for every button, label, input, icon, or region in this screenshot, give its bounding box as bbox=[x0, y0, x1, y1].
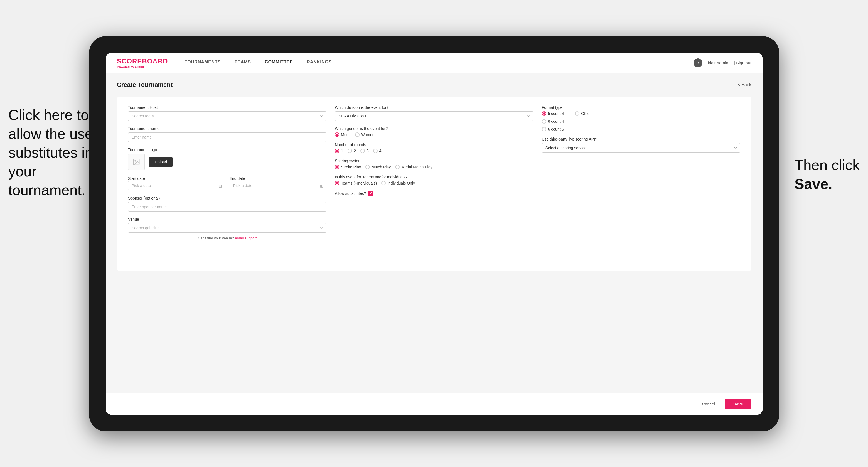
nav-tournaments[interactable]: TOURNAMENTS bbox=[185, 60, 221, 66]
save-button[interactable]: Save bbox=[725, 399, 751, 409]
division-select[interactable]: NCAA Division I bbox=[335, 111, 533, 121]
teams-plus-individuals[interactable]: Teams (+Individuals) bbox=[335, 181, 377, 185]
radio-individuals-circle bbox=[381, 181, 386, 185]
radio-stroke-circle bbox=[335, 165, 339, 169]
logo-upload-area: Upload bbox=[128, 154, 327, 170]
tournament-name-input[interactable] bbox=[128, 132, 327, 142]
venue-email-link[interactable]: email support bbox=[235, 236, 256, 240]
radio-6count5-circle bbox=[542, 127, 546, 131]
rounds-4[interactable]: 4 bbox=[373, 149, 381, 153]
svg-point-5 bbox=[135, 160, 136, 161]
radio-other-circle bbox=[575, 111, 580, 116]
scoring-stroke[interactable]: Stroke Play bbox=[335, 165, 361, 169]
format-type-group: Format type 5 count 4 Other bbox=[542, 105, 740, 131]
scoring-system-group: Scoring system Stroke Play Match Play bbox=[335, 159, 533, 169]
gender-mens[interactable]: Mens bbox=[335, 132, 350, 137]
scoring-api-group: Use third-party live scoring API? Select… bbox=[542, 137, 740, 153]
gender-mens-label: Mens bbox=[341, 132, 350, 137]
nav-teams[interactable]: TEAMS bbox=[235, 60, 251, 66]
format-5count4-label: 5 count 4 bbox=[548, 111, 564, 116]
upload-button[interactable]: Upload bbox=[149, 157, 173, 167]
user-name: blair admin bbox=[708, 60, 728, 65]
scoring-system-label: Scoring system bbox=[335, 159, 533, 163]
logo-powered: Powered by clippd bbox=[117, 65, 168, 68]
end-date-label: End date bbox=[229, 176, 245, 181]
teams-plus-label: Teams (+Individuals) bbox=[341, 181, 377, 185]
rounds-2[interactable]: 2 bbox=[348, 149, 356, 153]
logo-area: SCOREBOARD Powered by clippd bbox=[117, 57, 168, 68]
venue-input[interactable] bbox=[128, 223, 327, 233]
rounds-label: Number of rounds bbox=[335, 143, 533, 147]
division-label: Which division is the event for? bbox=[335, 105, 533, 110]
start-date-input[interactable] bbox=[128, 181, 225, 190]
rounds-1[interactable]: 1 bbox=[335, 149, 343, 153]
radio-mens-circle bbox=[335, 132, 339, 137]
format-6count5-label: 6 count 5 bbox=[548, 127, 564, 131]
round3-label: 3 bbox=[367, 149, 369, 153]
sponsor-label: Sponsor (optional) bbox=[128, 196, 327, 200]
rounds-3[interactable]: 3 bbox=[361, 149, 369, 153]
tournament-host-group: Tournament Host bbox=[128, 105, 327, 121]
teams-group: Is this event for Teams and/or Individua… bbox=[335, 175, 533, 185]
nav-rankings[interactable]: RANKINGS bbox=[307, 60, 332, 66]
substitutes-group: Allow substitutes? bbox=[335, 191, 533, 196]
calendar-icon-end: ▦ bbox=[320, 183, 324, 188]
end-date-group: End date ▦ bbox=[229, 176, 327, 190]
gender-womens-label: Womens bbox=[361, 132, 376, 137]
venue-group: Venue Can't find your venue? email suppo… bbox=[128, 217, 327, 240]
scoring-medal-label: Medal Match Play bbox=[401, 165, 432, 169]
format-6count4[interactable]: 6 count 4 bbox=[542, 119, 740, 124]
tournament-host-label: Tournament Host bbox=[128, 105, 327, 110]
date-group: Start date ▦ End date bbox=[128, 176, 327, 190]
substitutes-checkbox-group: Allow substitutes? bbox=[335, 191, 533, 196]
cancel-button[interactable]: Cancel bbox=[696, 399, 720, 409]
navbar: SCOREBOARD Powered by clippd TOURNAMENTS… bbox=[106, 53, 763, 73]
gender-radio-group: Mens Womens bbox=[335, 132, 533, 137]
format-5count4[interactable]: 5 count 4 bbox=[542, 111, 564, 116]
format-other-label: Other bbox=[581, 111, 591, 116]
nav-links: TOURNAMENTS TEAMS COMMITTEE RANKINGS bbox=[185, 60, 693, 66]
scoring-api-select[interactable]: Select a scoring service bbox=[542, 143, 740, 153]
scoring-stroke-label: Stroke Play bbox=[341, 165, 361, 169]
sponsor-input[interactable] bbox=[128, 202, 327, 212]
end-date-wrap: ▦ bbox=[229, 181, 327, 190]
start-date-wrap: ▦ bbox=[128, 181, 225, 190]
individuals-only[interactable]: Individuals Only bbox=[381, 181, 415, 185]
form-footer: Cancel Save bbox=[106, 393, 763, 415]
radio-medal-circle bbox=[395, 165, 400, 169]
scoring-medal[interactable]: Medal Match Play bbox=[395, 165, 432, 169]
rounds-group: Number of rounds 1 2 bbox=[335, 143, 533, 153]
nav-committee[interactable]: COMMITTEE bbox=[265, 60, 293, 66]
back-link[interactable]: Back bbox=[738, 82, 751, 87]
venue-help: Can't find your venue? email support bbox=[128, 236, 327, 240]
form-container: Tournament Host Tournament name Tourname… bbox=[117, 97, 751, 271]
tablet-device: SCOREBOARD Powered by clippd TOURNAMENTS… bbox=[89, 36, 779, 431]
allow-substitutes-checkbox[interactable] bbox=[368, 191, 373, 196]
start-date-label: Start date bbox=[128, 176, 145, 181]
round2-label: 2 bbox=[354, 149, 356, 153]
scoring-radio-group: Stroke Play Match Play Medal Match Play bbox=[335, 165, 533, 169]
nav-user-area: B blair admin | Sign out bbox=[693, 58, 752, 67]
form-col-left: Tournament Host Tournament name Tourname… bbox=[128, 105, 327, 240]
gender-label: Which gender is the event for? bbox=[335, 126, 533, 131]
page-title: Create Tournament bbox=[117, 81, 173, 89]
venue-label: Venue bbox=[128, 217, 327, 221]
substitutes-label: Allow substitutes? bbox=[335, 191, 366, 196]
signout-link[interactable]: | Sign out bbox=[734, 60, 751, 65]
scoring-match[interactable]: Match Play bbox=[365, 165, 391, 169]
radio-round3-circle bbox=[361, 149, 365, 153]
gender-womens[interactable]: Womens bbox=[355, 132, 376, 137]
form-col-right: Format type 5 count 4 Other bbox=[542, 105, 740, 240]
teams-radio-group: Teams (+Individuals) Individuals Only bbox=[335, 181, 533, 185]
format-6count5[interactable]: 6 count 5 bbox=[542, 127, 740, 131]
tablet-screen: SCOREBOARD Powered by clippd TOURNAMENTS… bbox=[106, 53, 763, 415]
radio-womens-circle bbox=[355, 132, 360, 137]
form-grid: Tournament Host Tournament name Tourname… bbox=[128, 105, 740, 240]
format-other[interactable]: Other bbox=[575, 111, 591, 116]
main-content: Create Tournament Back Tournament Host T… bbox=[106, 73, 763, 415]
format-6count4-label: 6 count 4 bbox=[548, 119, 564, 124]
tournament-host-input[interactable] bbox=[128, 111, 327, 121]
scoring-api-label: Use third-party live scoring API? bbox=[542, 137, 740, 142]
end-date-input[interactable] bbox=[229, 181, 327, 190]
format-options: 5 count 4 Other 6 count 4 bbox=[542, 111, 740, 131]
